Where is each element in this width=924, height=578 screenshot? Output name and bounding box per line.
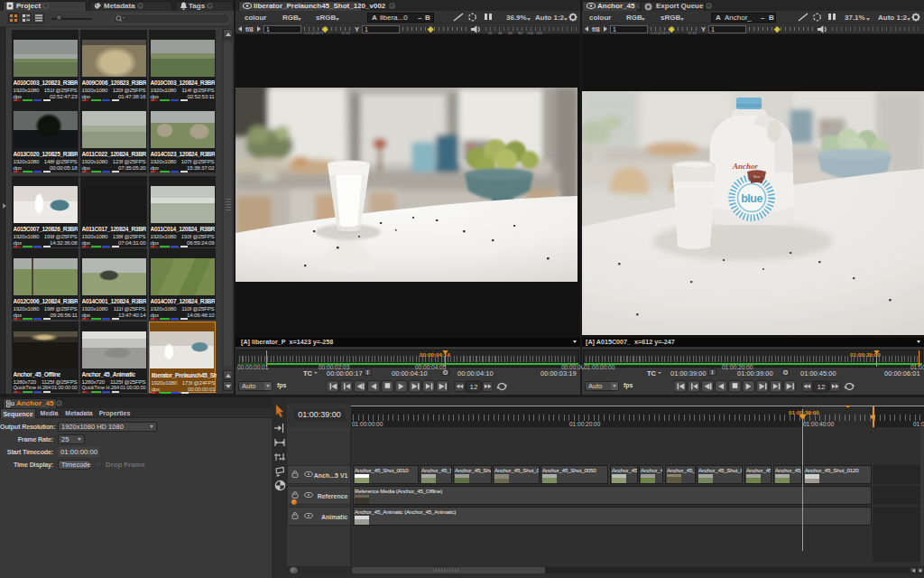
svg-text:12: 12 xyxy=(470,383,478,391)
svg-text:12: 12 xyxy=(818,383,826,391)
